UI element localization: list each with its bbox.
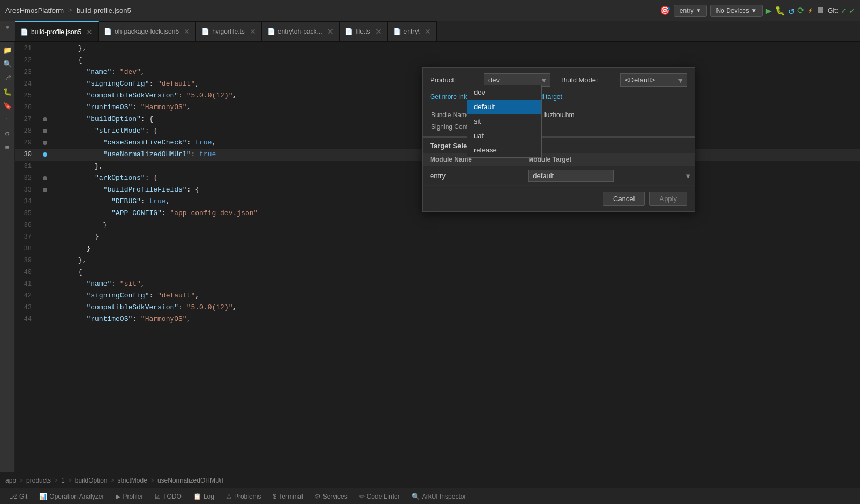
tab-close-6[interactable]: ✕ <box>425 27 431 36</box>
tab-hvigorfile[interactable]: 📄 hvigorfile.ts ✕ <box>196 21 262 42</box>
debug-icon[interactable]: 🐛 <box>775 5 786 16</box>
tab-close-4[interactable]: ✕ <box>327 27 334 36</box>
code-line-37: 37 } <box>15 231 860 243</box>
bundle-row: Bundle Name rise.mobilebank.liuzhou.hm <box>431 110 686 120</box>
status-app: app <box>5 477 16 484</box>
btab-terminal[interactable]: $ Terminal <box>268 491 308 502</box>
code-editor[interactable]: 21 }, 22 { 23 "name": "dev", 24 <box>15 42 860 472</box>
status-products: products <box>26 477 51 484</box>
search-icon[interactable]: 🔍 <box>1 58 14 71</box>
left-icon-1[interactable]: ⊞ <box>6 24 10 31</box>
settings-side-icon[interactable]: ⚙ <box>1 127 14 140</box>
td-select-arrow: ▼ <box>684 172 691 180</box>
btab-log[interactable]: 📋 Log <box>188 491 220 502</box>
btab-problems-label: Problems <box>234 493 261 500</box>
btab-profiler-icon: ▶ <box>116 493 120 500</box>
btab-codelinter-icon: ✏ <box>359 493 365 500</box>
bundle-label: Bundle Name <box>431 110 495 120</box>
tab-oh-package[interactable]: 📄 oh-package-lock.json5 ✕ <box>99 21 196 42</box>
refresh-icon[interactable]: ⟳ <box>797 5 804 16</box>
statusbar: app > products > 1 > buildOption > stric… <box>0 472 860 488</box>
info-link[interactable]: Get more information about product and t… <box>430 93 562 101</box>
bundle-value: rise.mobilebank.liuzhou.hm <box>496 110 686 120</box>
btab-arkui[interactable]: 🔍 ArkUI Inspector <box>406 491 472 502</box>
bottom-tabs: ⎇ Git 📊 Operation Analyzer ▶ Profiler ☑ … <box>0 488 860 504</box>
build-mode-select[interactable]: <Default> <box>620 73 687 87</box>
btab-log-icon: 📋 <box>193 493 201 500</box>
status-usenormalized: useNormalizedOHMUrl <box>157 477 223 484</box>
btab-git[interactable]: ⎇ Git <box>4 491 33 502</box>
toolbar-right: 🎯 entry ▼ No Devices ▼ ▶ 🐛 ↺ ⟳ ⚡ ⏹ Git: … <box>660 5 855 17</box>
hmr-icon[interactable]: ⚡ <box>808 5 813 16</box>
btab-services-icon: ⚙ <box>315 493 321 500</box>
btab-problems-icon: ⚠ <box>226 493 232 500</box>
titlebar: AresHmosPlatform > build-profile.json5 🎯… <box>0 0 860 21</box>
code-line-21: 21 }, <box>15 43 860 55</box>
apply-button[interactable]: Apply <box>649 192 687 206</box>
btab-profiler[interactable]: ▶ Profiler <box>110 491 148 502</box>
run-icon[interactable]: ▶ <box>766 5 772 17</box>
btab-codelinter[interactable]: ✏ Code Linter <box>354 491 405 502</box>
btab-log-label: Log <box>203 493 214 500</box>
tab-close-1[interactable]: ✕ <box>86 28 93 36</box>
debug-side-icon[interactable]: 🐛 <box>1 86 14 98</box>
btab-terminal-icon: $ <box>273 493 277 500</box>
tab-close-2[interactable]: ✕ <box>184 27 190 36</box>
entry-button[interactable]: entry ▼ <box>674 5 707 17</box>
tab-entry-oh[interactable]: 📄 entry\oh-pack... ✕ <box>262 21 340 42</box>
git-check1: ✓ <box>841 5 847 16</box>
table-row: entry default ▼ <box>423 166 695 186</box>
tab-label-3: hvigorfile.ts <box>212 28 245 35</box>
btab-todo-label: TODO <box>163 493 181 500</box>
tab-build-profile[interactable]: 📄 build-profile.json5 ✕ <box>15 21 99 42</box>
product-select[interactable]: dev <box>484 73 550 87</box>
btab-todo-icon: ☑ <box>155 493 161 500</box>
git-check2: ✓ <box>849 5 855 16</box>
target-icon: 🎯 <box>660 5 670 16</box>
tab-entry[interactable]: 📄 entry\ ✕ <box>388 21 437 42</box>
left-icon-2[interactable]: ≡ <box>6 32 10 39</box>
tab-file-ts[interactable]: 📄 file.ts ✕ <box>340 21 388 42</box>
build-config-dialog: Product: dev ▼ Build Mode: <Default> ▼ <box>422 67 695 212</box>
git-side-icon[interactable]: ⎇ <box>1 72 14 85</box>
product-info-table: Bundle Name rise.mobilebank.liuzhou.hm S… <box>430 109 687 133</box>
build-mode-wrap: <Default> ▼ <box>620 73 687 87</box>
app-name: AresHmosPlatform <box>5 6 64 14</box>
status-index: 1 <box>61 477 65 484</box>
structure-icon[interactable]: ≡ <box>1 141 14 154</box>
code-line-41: 41 "name": "sit", <box>15 278 860 290</box>
tab-close-5[interactable]: ✕ <box>375 27 382 36</box>
module-target-header: Module Target <box>520 153 695 166</box>
activity-bar: 📁 🔍 ⎇ 🐛 🔖 ↑ ⚙ ≡ <box>0 42 15 472</box>
signing-label: Signing Config <box>431 121 495 132</box>
btab-todo[interactable]: ☑ TODO <box>149 491 186 502</box>
cancel-button[interactable]: Cancel <box>603 192 645 206</box>
btab-codelinter-label: Code Linter <box>367 493 400 500</box>
tab-icon-2: 📄 <box>104 28 112 35</box>
tab-label-1: build-profile.json5 <box>31 28 81 36</box>
status-buildoption: buildOption <box>75 477 108 484</box>
main-layout: 📁 🔍 ⎇ 🐛 🔖 ↑ ⚙ ≡ 21 }, 22 { <box>0 42 860 472</box>
product-info-section: Bundle Name rise.mobilebank.liuzhou.hm S… <box>423 105 695 136</box>
module-name-header: Module Name <box>423 153 520 166</box>
code-line-39: 39 }, <box>15 255 860 266</box>
tab-close-3[interactable]: ✕ <box>250 27 256 36</box>
module-target-select[interactable]: default <box>528 170 614 182</box>
module-target-cell: default ▼ <box>520 166 695 186</box>
reload-icon[interactable]: ↺ <box>789 5 795 17</box>
tab-label-5: file.ts <box>356 28 371 35</box>
tab-icon-1: 📄 <box>20 28 28 36</box>
title-sep: > <box>68 6 72 14</box>
code-line-44: 44 "runtimeOS": "HarmonyOS", <box>15 314 860 325</box>
stop-icon[interactable]: ⏹ <box>816 5 825 16</box>
commit-icon[interactable]: ↑ <box>1 113 14 126</box>
project-icon[interactable]: 📁 <box>1 44 14 57</box>
product-label: Product: <box>430 76 478 84</box>
btab-services[interactable]: ⚙ Services <box>310 491 353 502</box>
no-devices-button[interactable]: No Devices ▼ <box>710 5 762 17</box>
btab-problems[interactable]: ⚠ Problems <box>221 491 267 502</box>
bookmarks-icon[interactable]: 🔖 <box>1 100 14 112</box>
btab-operation[interactable]: 📊 Operation Analyzer <box>34 491 109 502</box>
btab-terminal-label: Terminal <box>278 493 303 500</box>
status-strictmode: strictMode <box>118 477 147 484</box>
